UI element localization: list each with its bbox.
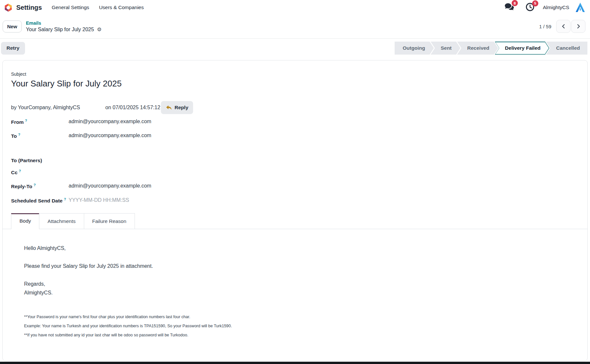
subject-field[interactable]: Your Salary Slip for July 2025 <box>11 79 579 89</box>
reply-to-label: Reply-To? <box>11 183 69 189</box>
navbar-systray: 8 5 AlmightyCS <box>504 2 585 13</box>
status-step-sent[interactable]: Sent <box>431 42 461 55</box>
activities-button[interactable]: 5 <box>526 3 534 13</box>
tab-failure-reason[interactable]: Failure Reason <box>84 213 135 229</box>
author-line: by YourCompany, AlmightyCS <box>11 105 105 110</box>
form-statusbar: Retry Outgoing Sent Received Delivery Fa… <box>0 38 590 58</box>
status-step-outgoing[interactable]: Outgoing <box>395 42 434 55</box>
reply-to-field[interactable]: admin@yourcompany.example.com <box>69 183 151 189</box>
to-label: To? <box>11 133 69 139</box>
chevron-left-icon <box>561 24 566 29</box>
to-field[interactable]: admin@yourcompany.example.com <box>69 133 151 138</box>
to-partners-label: To (Partners) <box>11 158 69 163</box>
notebook-tabs: Body Attachments Failure Reason <box>3 213 587 229</box>
user-menu[interactable]: AlmightyCS <box>543 5 569 10</box>
tab-body[interactable]: Body <box>11 213 39 229</box>
chevron-right-icon <box>576 24 581 29</box>
email-body-field[interactable]: Hello AlmightyCS, Please find your Salar… <box>11 229 579 337</box>
reply-arrow-icon <box>166 105 172 110</box>
app-name[interactable]: Settings <box>16 4 42 11</box>
footnote: Example: Your name is Turkesh and your i… <box>24 324 579 328</box>
scheduled-help-icon[interactable]: ? <box>64 197 66 201</box>
menu-general-settings[interactable]: General Settings <box>52 5 89 10</box>
activities-badge: 5 <box>532 0 538 6</box>
top-navbar: Settings General Settings Users & Compan… <box>0 0 590 15</box>
date-line: on 07/01/2025 14:57:12 <box>105 105 160 110</box>
messages-button[interactable]: 8 <box>504 2 514 13</box>
body-footnotes: **Your Password is your name's first fou… <box>24 315 579 337</box>
footnote: **If you have not submitted any id your … <box>24 333 579 337</box>
from-help-icon[interactable]: ? <box>25 119 27 123</box>
company-avatar-logo[interactable] <box>575 2 585 13</box>
scheduled-send-date-input[interactable] <box>69 197 153 203</box>
app-switcher-icon[interactable] <box>4 3 13 12</box>
breadcrumb: Emails Your Salary Slip for July 2025 ⚙ <box>26 20 102 33</box>
body-signature: AlmightyCS. <box>24 290 579 296</box>
body-message: Please find your Salary Slip for July 20… <box>24 263 579 269</box>
reply-to-help-icon[interactable]: ? <box>33 183 36 187</box>
reply-button[interactable]: Reply <box>161 101 193 114</box>
body-regards: Regards, <box>24 281 579 287</box>
status-step-delivery-failed[interactable]: Delivery Failed <box>495 42 549 55</box>
pager-previous-button[interactable] <box>556 20 570 33</box>
menu-users-companies[interactable]: Users & Companies <box>99 5 144 10</box>
messages-badge: 8 <box>512 0 518 6</box>
gear-icon[interactable]: ⚙ <box>97 26 101 33</box>
new-button[interactable]: New <box>3 20 22 32</box>
window-bottom-edge <box>0 362 590 364</box>
to-help-icon[interactable]: ? <box>18 133 20 136</box>
breadcrumb-emails-link[interactable]: Emails <box>26 20 102 26</box>
cc-help-icon[interactable]: ? <box>19 169 21 173</box>
subject-label: Subject <box>11 72 579 77</box>
control-panel: New Emails Your Salary Slip for July 202… <box>0 15 590 38</box>
footnote: **Your Password is your name's first fou… <box>24 315 579 319</box>
retry-button[interactable]: Retry <box>1 42 25 55</box>
form-sheet: Subject Your Salary Slip for July 2025 b… <box>2 60 588 361</box>
from-field[interactable]: admin@yourcompany.example.com <box>69 119 151 124</box>
body-greeting: Hello AlmightyCS, <box>24 245 579 251</box>
cc-label: Cc? <box>11 169 69 176</box>
pager-next-button[interactable] <box>571 20 585 33</box>
from-label: From? <box>11 119 69 125</box>
scheduled-send-date-label: Scheduled Send Date? <box>11 197 69 204</box>
status-step-received[interactable]: Received <box>457 42 498 55</box>
pager-counter[interactable]: 1 / 59 <box>539 24 551 29</box>
status-step-cancelled[interactable]: Cancelled <box>546 42 587 55</box>
tab-attachments[interactable]: Attachments <box>39 213 84 229</box>
breadcrumb-current: Your Salary Slip for July 2025 <box>26 26 94 33</box>
status-pipeline: Outgoing Sent Received Delivery Failed C… <box>395 42 587 55</box>
